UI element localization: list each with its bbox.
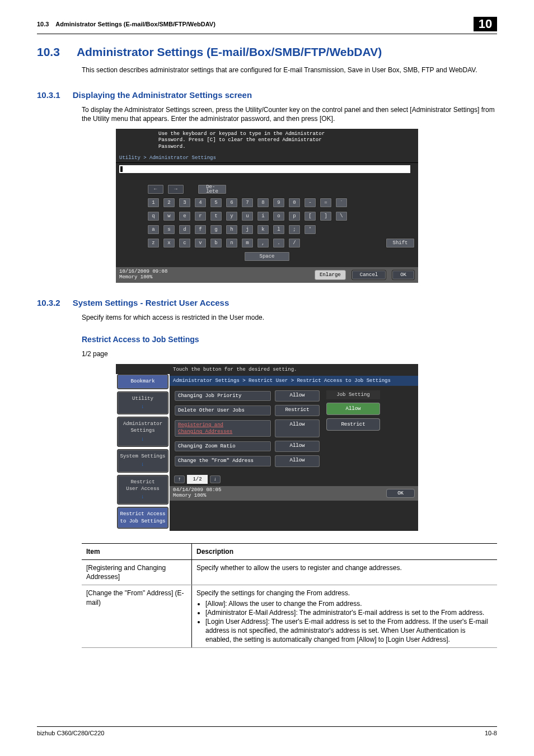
p-b: Specify items for which access is restri… [82,313,497,322]
page-up-button[interactable]: ↑ [174,475,185,483]
restrict-button[interactable]: Restrict [326,418,380,431]
ok-button[interactable]: OK [392,270,415,280]
setting-label[interactable]: Delete Other User Jobs [174,405,271,416]
key-;[interactable]: ; [288,225,301,235]
sidebar-item[interactable]: Utility↓ [117,391,168,415]
panel1-hint: Use the keyboard or keypad to type in th… [116,129,418,153]
key-r[interactable]: r [194,211,207,221]
rh-title: Administrator Settings (E-mail/Box/SMB/F… [55,21,216,27]
delete-key[interactable]: De- lete [198,184,227,194]
key-o[interactable]: o [273,211,285,221]
cancel-button[interactable]: Cancel [352,270,386,280]
arrow-right-key[interactable]: → [167,184,184,194]
key-/[interactable]: / [288,238,301,248]
key-k[interactable]: k [257,225,269,235]
allow-button[interactable]: Allow [326,403,380,415]
panel2-datetime: 04/14/2009 08:05 Memory 100% [173,488,386,499]
enlarge-button[interactable]: Enlarge [315,270,346,280]
setting-row: Registering and Changing AddressesAllow [174,419,320,437]
sidebar-item[interactable]: Restrict Access to Job Settings [117,507,168,528]
key-x[interactable]: x [163,238,175,248]
r1-item: [Registering and Changing Addresses] [82,559,192,585]
setting-value: Allow [275,441,320,452]
key-=[interactable]: = [320,198,332,208]
key-s[interactable]: s [163,225,175,235]
key-`[interactable]: ` [335,198,348,208]
sidebar-item[interactable]: Administrator Settings↓ [117,417,168,447]
h3-title: Restrict Access to Job Settings [82,334,497,345]
intro-paragraph: This section describes administrator set… [82,66,497,74]
key-d[interactable]: d [179,225,191,235]
setting-row: Changing Zoom RatioAllow [174,441,320,452]
r2-b3: [Login User Address]: The user's E-mail … [205,617,493,645]
setting-value: Allow [275,390,320,402]
key-.[interactable]: . [273,238,285,248]
key-w[interactable]: w [163,211,175,221]
key-6[interactable]: 6 [226,198,238,208]
setting-label[interactable]: Registering and Changing Addresses [174,419,271,437]
key-v[interactable]: v [194,238,207,248]
key-'[interactable]: ' [304,225,316,235]
shift-key[interactable]: Shift [386,238,415,248]
footer-right: 10-8 [485,729,497,738]
key-u[interactable]: u [241,211,254,221]
setting-value: Allow [275,455,320,466]
key-3[interactable]: 3 [179,198,191,208]
restrict-access-panel: BookmarkUtility↓Administrator Settings↓S… [116,364,418,530]
panel2-sidebar: BookmarkUtility↓Administrator Settings↓S… [116,364,170,530]
key-[[interactable]: [ [304,211,316,221]
key-,[interactable]: , [257,238,269,248]
key--[interactable]: - [304,198,316,208]
key-4[interactable]: 4 [194,198,207,208]
page-indicator: 1/2 [187,475,207,484]
space-key[interactable]: Space [244,251,290,262]
h2a-number: 10.3.1 [37,90,60,101]
key-1[interactable]: 1 [147,198,160,208]
key-g[interactable]: g [210,225,222,235]
key-t[interactable]: t [210,211,222,221]
key-\[interactable]: \ [335,211,348,221]
panel2-crumb: Administrator Settings > Restrict User >… [170,376,418,386]
p-c: 1/2 page [82,349,497,358]
key-][interactable]: ] [320,211,332,221]
key-b[interactable]: b [210,238,222,248]
key-2[interactable]: 2 [163,198,175,208]
panel2-ok-button[interactable]: OK [386,489,415,498]
key-y[interactable]: y [226,211,238,221]
r2-b1: [Allow]: Allows the user to change the F… [205,599,493,608]
key-j[interactable]: j [241,225,254,235]
key-c[interactable]: c [179,238,191,248]
th-item: Item [82,543,192,559]
keyboard: ← → De- lete 1234567890-=` qwertyuiop[]\… [116,178,418,267]
job-setting-title: Job Setting [326,390,380,399]
key-n[interactable]: n [226,238,238,248]
key-7[interactable]: 7 [241,198,254,208]
key-l[interactable]: l [273,225,285,235]
key-h[interactable]: h [226,225,238,235]
key-m[interactable]: m [241,238,254,248]
setting-label[interactable]: Changing Job Priority [174,390,271,402]
page-down-button[interactable]: ↓ [210,475,221,483]
key-0[interactable]: 0 [288,198,301,208]
setting-label[interactable]: Changing Zoom Ratio [174,441,271,452]
key-q[interactable]: q [147,211,160,221]
r1-desc: Specify whether to allow the users to re… [192,559,498,585]
h2a-title: Displaying the Administrator Settings sc… [73,90,252,101]
key-8[interactable]: 8 [257,198,269,208]
sidebar-item[interactable]: System Settings↓ [117,449,168,473]
key-a[interactable]: a [147,225,160,235]
key-z[interactable]: z [147,238,160,248]
key-p[interactable]: p [288,211,301,221]
key-i[interactable]: i [257,211,269,221]
key-e[interactable]: e [179,211,191,221]
sidebar-item[interactable]: Restrict User Access↓ [117,475,168,505]
setting-value: Allow [275,419,320,437]
key-5[interactable]: 5 [210,198,222,208]
setting-label[interactable]: Change the "From" Address [174,455,271,466]
password-input[interactable] [119,165,410,173]
sidebar-item[interactable]: Bookmark [117,374,168,389]
h2b-number: 10.3.2 [37,297,60,309]
arrow-left-key[interactable]: ← [147,184,164,194]
key-f[interactable]: f [194,225,207,235]
key-9[interactable]: 9 [273,198,285,208]
